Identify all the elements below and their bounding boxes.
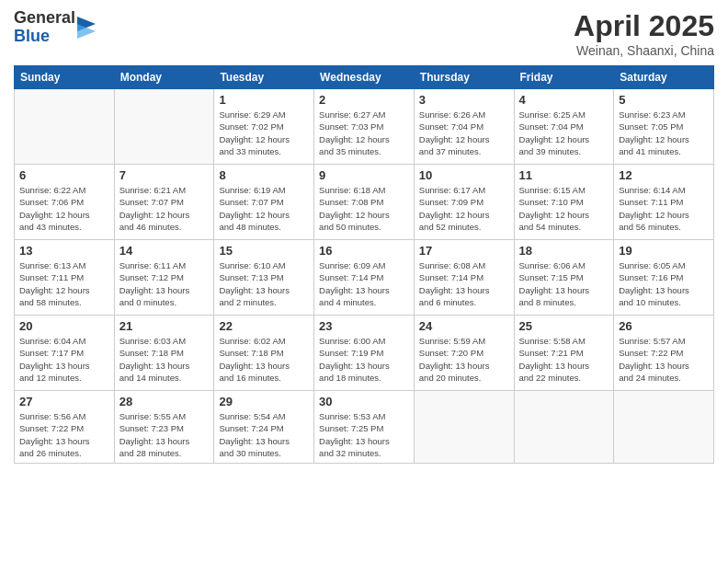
day-info: Sunrise: 5:57 AM Sunset: 7:22 PM Dayligh… xyxy=(619,335,709,384)
day-number: 16 xyxy=(319,244,409,258)
day-info: Sunrise: 5:59 AM Sunset: 7:20 PM Dayligh… xyxy=(419,335,509,384)
calendar-cell: 20Sunrise: 6:04 AM Sunset: 7:17 PM Dayli… xyxy=(15,316,115,391)
day-number: 22 xyxy=(219,319,309,333)
day-number: 14 xyxy=(119,244,210,258)
day-info: Sunrise: 6:25 AM Sunset: 7:04 PM Dayligh… xyxy=(519,109,609,157)
day-number: 2 xyxy=(319,93,409,107)
day-number: 8 xyxy=(219,168,309,182)
calendar-week-row: 20Sunrise: 6:04 AM Sunset: 7:17 PM Dayli… xyxy=(15,316,714,391)
day-number: 1 xyxy=(219,93,309,107)
day-number: 28 xyxy=(119,395,210,408)
day-number: 11 xyxy=(519,168,609,182)
calendar-cell: 7Sunrise: 6:21 AM Sunset: 7:07 PM Daylig… xyxy=(114,165,214,240)
day-info: Sunrise: 5:53 AM Sunset: 7:25 PM Dayligh… xyxy=(319,410,409,459)
day-number: 26 xyxy=(619,319,709,333)
day-number: 15 xyxy=(219,244,309,258)
calendar-cell xyxy=(15,89,115,165)
day-number: 25 xyxy=(519,319,609,333)
calendar-cell: 25Sunrise: 5:58 AM Sunset: 7:21 PM Dayli… xyxy=(514,316,614,391)
day-number: 27 xyxy=(19,395,109,408)
title-block: April 2025 Weinan, Shaanxi, China xyxy=(574,9,714,58)
day-number: 4 xyxy=(519,93,609,107)
logo-icon xyxy=(77,17,96,39)
weekday-header-sunday: Sunday xyxy=(15,66,115,89)
weekday-header-monday: Monday xyxy=(114,66,214,89)
day-number: 29 xyxy=(219,395,309,408)
day-number: 18 xyxy=(519,244,609,258)
calendar-cell: 11Sunrise: 6:15 AM Sunset: 7:10 PM Dayli… xyxy=(514,165,614,240)
calendar-cell: 12Sunrise: 6:14 AM Sunset: 7:11 PM Dayli… xyxy=(614,165,714,240)
day-info: Sunrise: 6:05 AM Sunset: 7:16 PM Dayligh… xyxy=(619,259,709,308)
day-number: 6 xyxy=(19,168,109,182)
day-number: 10 xyxy=(419,168,509,182)
calendar-cell xyxy=(114,89,214,165)
day-info: Sunrise: 6:15 AM Sunset: 7:10 PM Dayligh… xyxy=(519,184,609,233)
calendar-cell: 28Sunrise: 5:55 AM Sunset: 7:23 PM Dayli… xyxy=(114,391,214,464)
day-info: Sunrise: 6:19 AM Sunset: 7:07 PM Dayligh… xyxy=(219,184,309,233)
day-info: Sunrise: 6:17 AM Sunset: 7:09 PM Dayligh… xyxy=(419,184,509,233)
calendar-week-row: 6Sunrise: 6:22 AM Sunset: 7:06 PM Daylig… xyxy=(15,165,714,240)
day-number: 9 xyxy=(319,168,409,182)
weekday-header-wednesday: Wednesday xyxy=(314,66,415,89)
day-info: Sunrise: 6:10 AM Sunset: 7:13 PM Dayligh… xyxy=(219,259,309,308)
calendar-table: SundayMondayTuesdayWednesdayThursdayFrid… xyxy=(14,65,714,464)
calendar-cell: 13Sunrise: 6:13 AM Sunset: 7:11 PM Dayli… xyxy=(15,240,115,316)
calendar-cell: 3Sunrise: 6:26 AM Sunset: 7:04 PM Daylig… xyxy=(414,89,514,165)
calendar-cell: 10Sunrise: 6:17 AM Sunset: 7:09 PM Dayli… xyxy=(414,165,514,240)
calendar-cell: 9Sunrise: 6:18 AM Sunset: 7:08 PM Daylig… xyxy=(314,165,415,240)
calendar-cell: 5Sunrise: 6:23 AM Sunset: 7:05 PM Daylig… xyxy=(614,89,714,165)
calendar-cell: 8Sunrise: 6:19 AM Sunset: 7:07 PM Daylig… xyxy=(214,165,314,240)
day-info: Sunrise: 6:00 AM Sunset: 7:19 PM Dayligh… xyxy=(319,335,409,384)
weekday-header-thursday: Thursday xyxy=(414,66,514,89)
day-info: Sunrise: 6:13 AM Sunset: 7:11 PM Dayligh… xyxy=(19,259,109,308)
day-info: Sunrise: 5:56 AM Sunset: 7:22 PM Dayligh… xyxy=(19,410,109,459)
day-number: 13 xyxy=(19,244,109,258)
calendar-cell: 16Sunrise: 6:09 AM Sunset: 7:14 PM Dayli… xyxy=(314,240,415,316)
day-number: 19 xyxy=(619,244,709,258)
calendar-week-row: 27Sunrise: 5:56 AM Sunset: 7:22 PM Dayli… xyxy=(15,391,714,464)
calendar-cell: 24Sunrise: 5:59 AM Sunset: 7:20 PM Dayli… xyxy=(414,316,514,391)
weekday-header-friday: Friday xyxy=(514,66,614,89)
logo-blue: Blue xyxy=(14,28,75,46)
calendar-cell: 1Sunrise: 6:29 AM Sunset: 7:02 PM Daylig… xyxy=(214,89,314,165)
location: Weinan, Shaanxi, China xyxy=(574,43,714,58)
weekday-header-row: SundayMondayTuesdayWednesdayThursdayFrid… xyxy=(15,66,714,89)
calendar-cell: 30Sunrise: 5:53 AM Sunset: 7:25 PM Dayli… xyxy=(314,391,415,464)
calendar-cell: 4Sunrise: 6:25 AM Sunset: 7:04 PM Daylig… xyxy=(514,89,614,165)
day-info: Sunrise: 6:11 AM Sunset: 7:12 PM Dayligh… xyxy=(119,259,210,308)
weekday-header-tuesday: Tuesday xyxy=(214,66,314,89)
day-info: Sunrise: 6:26 AM Sunset: 7:04 PM Dayligh… xyxy=(419,109,509,157)
day-info: Sunrise: 6:27 AM Sunset: 7:03 PM Dayligh… xyxy=(319,109,409,157)
day-number: 12 xyxy=(619,168,709,182)
day-info: Sunrise: 6:09 AM Sunset: 7:14 PM Dayligh… xyxy=(319,259,409,308)
weekday-header-saturday: Saturday xyxy=(614,66,714,89)
day-number: 24 xyxy=(419,319,509,333)
calendar-week-row: 13Sunrise: 6:13 AM Sunset: 7:11 PM Dayli… xyxy=(15,240,714,316)
day-info: Sunrise: 6:14 AM Sunset: 7:11 PM Dayligh… xyxy=(619,184,709,233)
calendar-page: General Blue April 2025 Weinan, Shaanxi,… xyxy=(0,0,728,563)
day-number: 30 xyxy=(319,395,409,408)
calendar-cell xyxy=(614,391,714,464)
day-number: 23 xyxy=(319,319,409,333)
calendar-cell: 2Sunrise: 6:27 AM Sunset: 7:03 PM Daylig… xyxy=(314,89,415,165)
calendar-cell: 18Sunrise: 6:06 AM Sunset: 7:15 PM Dayli… xyxy=(514,240,614,316)
day-info: Sunrise: 6:29 AM Sunset: 7:02 PM Dayligh… xyxy=(219,109,309,157)
day-info: Sunrise: 6:21 AM Sunset: 7:07 PM Dayligh… xyxy=(119,184,210,233)
day-info: Sunrise: 6:23 AM Sunset: 7:05 PM Dayligh… xyxy=(619,109,709,157)
day-number: 20 xyxy=(19,319,109,333)
day-info: Sunrise: 6:04 AM Sunset: 7:17 PM Dayligh… xyxy=(19,335,109,384)
calendar-cell: 19Sunrise: 6:05 AM Sunset: 7:16 PM Dayli… xyxy=(614,240,714,316)
day-info: Sunrise: 6:06 AM Sunset: 7:15 PM Dayligh… xyxy=(519,259,609,308)
day-info: Sunrise: 6:02 AM Sunset: 7:18 PM Dayligh… xyxy=(219,335,309,384)
day-info: Sunrise: 5:54 AM Sunset: 7:24 PM Dayligh… xyxy=(219,410,309,459)
calendar-cell: 17Sunrise: 6:08 AM Sunset: 7:14 PM Dayli… xyxy=(414,240,514,316)
calendar-cell: 21Sunrise: 6:03 AM Sunset: 7:18 PM Dayli… xyxy=(114,316,214,391)
day-info: Sunrise: 6:18 AM Sunset: 7:08 PM Dayligh… xyxy=(319,184,409,233)
day-info: Sunrise: 6:22 AM Sunset: 7:06 PM Dayligh… xyxy=(19,184,109,233)
logo: General Blue xyxy=(14,9,96,46)
day-number: 21 xyxy=(119,319,210,333)
day-info: Sunrise: 6:03 AM Sunset: 7:18 PM Dayligh… xyxy=(119,335,210,384)
month-title: April 2025 xyxy=(574,9,714,43)
calendar-cell: 23Sunrise: 6:00 AM Sunset: 7:19 PM Dayli… xyxy=(314,316,415,391)
page-header: General Blue April 2025 Weinan, Shaanxi,… xyxy=(14,9,714,58)
